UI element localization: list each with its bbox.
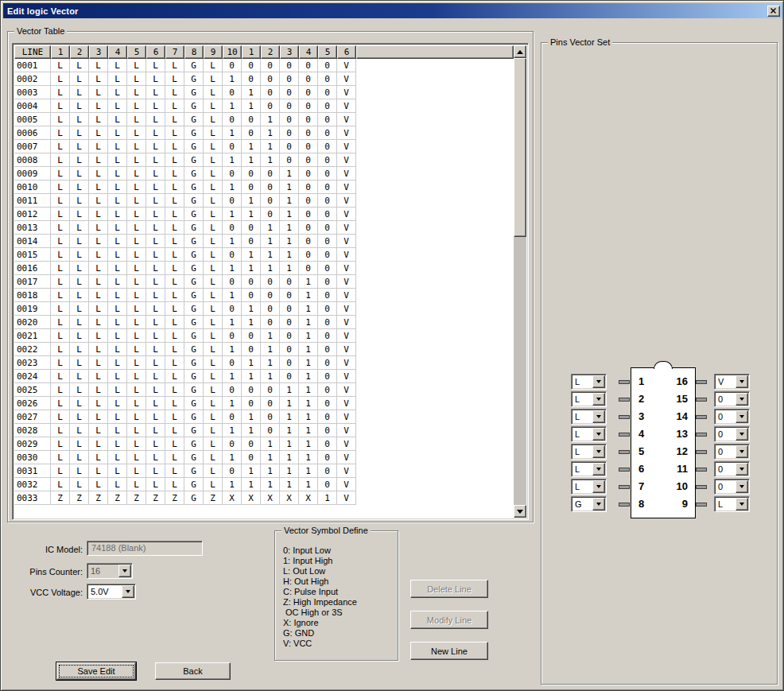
vector-row[interactable]: 0010LLLLLLLGL100100V [14,181,514,194]
dropdown-button[interactable] [735,498,748,510]
vector-row[interactable]: 0029LLLLLLLGL001110V [14,437,514,451]
modify-line-button[interactable]: Modify Line [410,611,488,629]
vector-row[interactable]: 0016LLLLLLLGL111100V [14,262,514,275]
pin-3-select[interactable]: L [571,409,607,425]
dropdown-button[interactable] [592,410,605,423]
pin-10-select[interactable]: 0 [714,479,750,495]
dropdown-button[interactable] [735,410,748,423]
dropdown-button[interactable] [592,480,605,493]
pin-6-select[interactable]: L [571,461,607,477]
vertical-scrollbar[interactable] [514,45,526,518]
column-header[interactable]: LINE [14,45,51,59]
pin-15-select[interactable]: 0 [714,391,750,407]
column-header[interactable]: 7 [165,45,184,59]
dropdown-button[interactable] [592,498,605,510]
scroll-down-button[interactable] [514,505,526,518]
vcc-voltage-dropdown-button[interactable] [122,585,134,598]
column-header[interactable]: 5 [127,45,146,59]
pin-16-select[interactable]: V [714,374,750,390]
pin-13-select[interactable]: 0 [714,426,750,442]
vector-row[interactable]: 0025LLLLLLLGL000110V [14,383,514,397]
vector-row[interactable]: 0013LLLLLLLGL001100V [14,221,514,235]
vector-row[interactable]: 0021LLLLLLLGL001010V [14,329,514,343]
vector-row[interactable]: 0005LLLLLLLGL001000V [14,113,514,126]
dropdown-button[interactable] [735,375,748,388]
vector-row[interactable]: 0026LLLLLLLGL100110V [14,397,514,410]
column-header[interactable]: 10 [223,45,242,59]
vcc-voltage-select[interactable]: 5.0V [87,584,136,600]
vector-row[interactable]: 0004LLLLLLLGL110000V [14,99,514,113]
dropdown-button[interactable] [735,393,748,406]
vector-row[interactable]: 0008LLLLLLLGL111000V [14,153,514,167]
vector-row[interactable]: 0017LLLLLLLGL000010V [14,275,514,289]
value-cell: 0 [242,235,261,248]
column-header[interactable]: 1 [51,45,70,59]
column-header[interactable]: 9 [204,45,223,59]
vector-row[interactable]: 0018LLLLLLLGL100010V [14,289,514,302]
pin-11-select[interactable]: 0 [714,461,750,477]
pin-7-select[interactable]: L [571,479,607,495]
scrollbar-track[interactable] [514,58,526,505]
close-button[interactable] [767,6,780,17]
vector-row[interactable]: 0033ZZZZZZZGZXXXXX1V [14,491,514,505]
titlebar[interactable]: Edit logic Vector [3,3,782,18]
dropdown-button[interactable] [592,375,605,388]
vector-row[interactable]: 0011LLLLLLLGL010100V [14,194,514,208]
column-header[interactable]: 4 [108,45,127,59]
vector-row[interactable]: 0012LLLLLLLGL110100V [14,208,514,221]
column-header[interactable]: 2 [70,45,89,59]
dropdown-button[interactable] [592,428,605,441]
column-header[interactable]: 8 [184,45,204,59]
dropdown-button[interactable] [735,480,748,493]
pin-2-select[interactable]: L [571,391,607,407]
column-header[interactable]: 1 [242,45,261,59]
column-header[interactable]: 2 [261,45,280,59]
vector-row[interactable]: 0014LLLLLLLGL101100V [14,235,514,248]
vector-row[interactable]: 0020LLLLLLLGL110010V [14,316,514,329]
scroll-up-button[interactable] [514,45,526,58]
vector-row[interactable]: 0007LLLLLLLGL011000V [14,140,514,153]
pin-9-select[interactable]: L [714,496,750,512]
column-header[interactable]: 3 [89,45,108,59]
delete-line-button[interactable]: Delete Line [410,580,488,598]
dropdown-button[interactable] [592,463,605,476]
vector-row[interactable]: 0006LLLLLLLGL101000V [14,126,514,140]
vector-row[interactable]: 0023LLLLLLLGL011010V [14,356,514,370]
column-header[interactable]: 6 [337,45,356,59]
vector-row[interactable]: 0028LLLLLLLGL110110V [14,424,514,437]
vector-row[interactable]: 0032LLLLLLLGL111110V [14,478,514,491]
column-header[interactable]: 5 [318,45,337,59]
vector-row[interactable]: 0002LLLLLLLGL100000V [14,72,514,86]
vector-table[interactable]: LINE12345678910123456 0001LLLLLLLGL00000… [12,43,529,520]
pin-8-select[interactable]: G [571,496,607,512]
vector-row[interactable]: 0027LLLLLLLGL010110V [14,410,514,424]
scrollbar-thumb[interactable] [514,58,526,237]
pin-14-select[interactable]: 0 [714,409,750,425]
save-edit-button[interactable]: Save Edit [56,662,136,680]
column-header[interactable]: 6 [146,45,165,59]
pin-12-select[interactable]: 0 [714,444,750,460]
new-line-button[interactable]: New Line [410,642,488,660]
dropdown-button[interactable] [735,463,748,476]
vector-row[interactable]: 0015LLLLLLLGL011100V [14,248,514,262]
pin-1-select[interactable]: L [571,374,607,390]
pins-counter-select[interactable]: 16 [87,563,133,579]
vector-row[interactable]: 0031LLLLLLLGL011110V [14,464,514,478]
dropdown-button[interactable] [735,445,748,458]
dropdown-button[interactable] [735,428,748,441]
back-button[interactable]: Back [155,662,231,680]
vector-row[interactable]: 0022LLLLLLLGL101010V [14,343,514,356]
vector-row[interactable]: 0001LLLLLLLGL000000V [14,59,514,72]
vector-row[interactable]: 0009LLLLLLLGL000100V [14,167,514,181]
pins-counter-dropdown-button[interactable] [118,565,131,577]
vector-row[interactable]: 0019LLLLLLLGL010010V [14,302,514,316]
dropdown-button[interactable] [592,393,605,406]
pin-4-select[interactable]: L [571,426,607,442]
pin-5-select[interactable]: L [571,444,607,460]
vector-row[interactable]: 0024LLLLLLLGL111010V [14,370,514,383]
vector-row[interactable]: 0030LLLLLLLGL101110V [14,451,514,464]
column-header[interactable]: 4 [299,45,318,59]
vector-row[interactable]: 0003LLLLLLLGL010000V [14,86,514,99]
dropdown-button[interactable] [592,445,605,458]
column-header[interactable]: 3 [280,45,299,59]
